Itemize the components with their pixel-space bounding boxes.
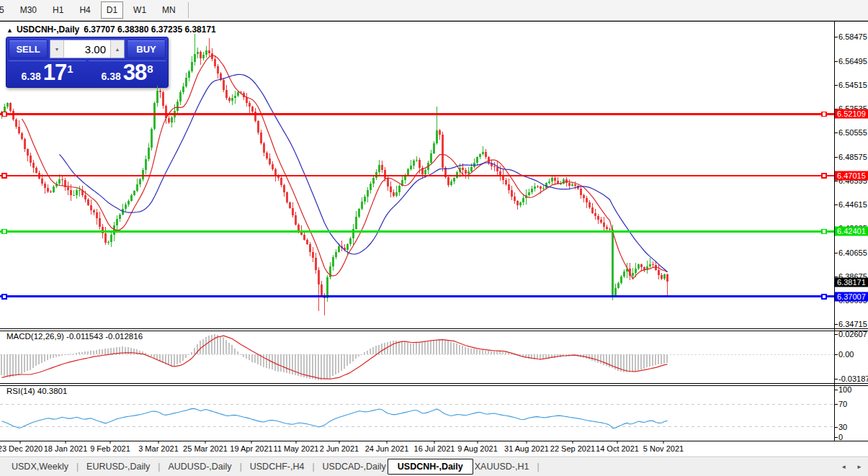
- date-label: 9 Aug 2021: [457, 444, 498, 453]
- rsi-tick: [834, 404, 838, 405]
- timeframe-button-h4[interactable]: H4: [73, 1, 96, 19]
- date-tick: [617, 441, 618, 444]
- chart-tab-usdcnh-daily[interactable]: USDCNH-,Daily: [388, 459, 473, 475]
- rsi-tick: [834, 427, 838, 428]
- rsi-tick: [834, 390, 838, 390]
- chart-window: ▲USDCNH-,Daily6.37707 6.38380 6.37235 6.…: [0, 21, 868, 457]
- price-tick: [834, 205, 838, 205]
- chart-tab-xauusd-h1[interactable]: XAUUSD-,H1: [473, 459, 531, 474]
- current-price-badge: 6.38171: [835, 278, 868, 287]
- price-tick: [834, 253, 838, 253]
- price-tick: [834, 157, 838, 158]
- date-tick: [20, 441, 21, 444]
- rsi-pane: [0, 385, 834, 441]
- date-label: 23 Dec 2020: [0, 444, 42, 453]
- date-tick: [339, 441, 340, 444]
- date-label: 16 Jul 2021: [414, 444, 455, 453]
- price-tick-label: 6.48575: [838, 153, 867, 161]
- tab-separator: |: [312, 462, 314, 472]
- macd-tick-label: -0.03187: [838, 374, 868, 383]
- level-price-badge: 6.47015: [835, 171, 868, 180]
- level-price-badge: 6.52109: [835, 109, 868, 119]
- macd-tick-label: 0.02607: [838, 330, 867, 338]
- price-tick: [834, 85, 838, 86]
- chart-tab-usdchf-h4[interactable]: USDCHF-,H4: [249, 459, 306, 474]
- pane-divider: [0, 328, 868, 329]
- rsi-tick-label: 70: [838, 400, 847, 408]
- date-label: 2 Jun 2021: [320, 444, 359, 453]
- date-tick: [251, 441, 252, 444]
- date-tick: [478, 441, 478, 444]
- tab-separator: |: [537, 462, 540, 472]
- tab-separator: |: [76, 462, 79, 472]
- tab-separator: |: [158, 462, 160, 472]
- timeframe-button-5[interactable]: 5: [0, 1, 10, 19]
- macd-tick: [834, 379, 838, 380]
- price-tick: [834, 277, 838, 277]
- date-tick: [205, 441, 206, 444]
- date-tick: [296, 441, 297, 444]
- price-tick: [834, 324, 838, 325]
- chart-tab-usdcad-daily[interactable]: USDCAD-,Daily: [321, 459, 388, 474]
- date-tick: [434, 441, 435, 444]
- level-price-badge: 6.42401: [835, 227, 868, 236]
- date-label: 9 Feb 2021: [90, 444, 130, 453]
- macd-tick: [834, 354, 838, 355]
- rsi-tick-label: 0: [838, 433, 843, 441]
- date-label: 11 May 2021: [274, 444, 319, 453]
- price-tick-label: 6.34715: [838, 320, 867, 328]
- date-label: 14 Oct 2021: [596, 444, 639, 453]
- rsi-tick: [834, 437, 838, 438]
- price-tick-label: 6.50555: [838, 128, 867, 137]
- date-tick: [158, 441, 159, 444]
- price-tick-label: 6.40655: [838, 248, 867, 257]
- price-tick: [834, 37, 838, 37]
- tab-separator: |: [240, 462, 242, 472]
- pane-divider: [0, 383, 868, 384]
- date-tick: [663, 441, 664, 444]
- tab-scroll-controls: ◄ ►: [841, 457, 862, 476]
- date-label: 19 Apr 2021: [230, 444, 272, 453]
- date-label: 22 Sep 2021: [550, 444, 595, 453]
- candlestick-pane: [0, 22, 834, 328]
- toolbar-separator: [188, 2, 189, 18]
- rsi-tick-label: 30: [838, 423, 847, 431]
- price-tick: [834, 133, 838, 133]
- date-tick: [527, 441, 527, 444]
- price-tick-label: 6.58475: [838, 32, 867, 41]
- date-label: 3 Mar 2021: [138, 444, 179, 453]
- timeframe-button-w1[interactable]: W1: [127, 1, 152, 19]
- macd-pane: [0, 331, 834, 383]
- macd-tick-label: 0.00: [838, 350, 854, 359]
- date-tick: [110, 441, 111, 444]
- price-tick-label: 6.44615: [838, 200, 867, 209]
- macd-tick: [834, 334, 838, 335]
- timeframe-button-d1[interactable]: D1: [101, 1, 123, 19]
- date-label: 5 Nov 2021: [643, 444, 684, 453]
- timeframe-toolbar: 5M30H1H4D1W1MN: [0, 0, 868, 21]
- price-tick-label: 6.54515: [838, 81, 867, 89]
- tab-scroll-left-icon[interactable]: ◄: [841, 464, 846, 470]
- chart-tab-eurusd-daily[interactable]: EURUSD-,Daily: [85, 459, 151, 474]
- date-label: 31 Aug 2021: [504, 444, 549, 453]
- date-tick: [387, 441, 388, 444]
- price-tick-label: 6.56495: [838, 57, 867, 66]
- chart-tab-bar: USDX,Weekly|EURUSD-,Daily|AUDUSD-,Daily|…: [0, 457, 868, 476]
- date-tick: [66, 441, 66, 444]
- chart-tab-audusd-daily[interactable]: AUDUSD-,Daily: [166, 459, 233, 474]
- chart-tab-usdx-weekly[interactable]: USDX,Weekly: [10, 459, 70, 474]
- timeframe-button-mn[interactable]: MN: [156, 1, 182, 19]
- timeframe-button-m30[interactable]: M30: [14, 1, 42, 19]
- date-label: 25 Mar 2021: [183, 444, 228, 453]
- date-label: 24 Jun 2021: [365, 444, 409, 453]
- level-price-badge: 6.37007: [835, 292, 868, 301]
- date-label: 18 Jan 2021: [44, 444, 88, 453]
- rsi-tick-label: 100: [838, 385, 851, 394]
- timeframe-button-h1[interactable]: H1: [47, 1, 69, 19]
- tab-scroll-right-icon[interactable]: ►: [856, 464, 862, 470]
- price-tick: [834, 181, 838, 181]
- date-tick: [573, 441, 573, 444]
- price-tick: [834, 61, 838, 62]
